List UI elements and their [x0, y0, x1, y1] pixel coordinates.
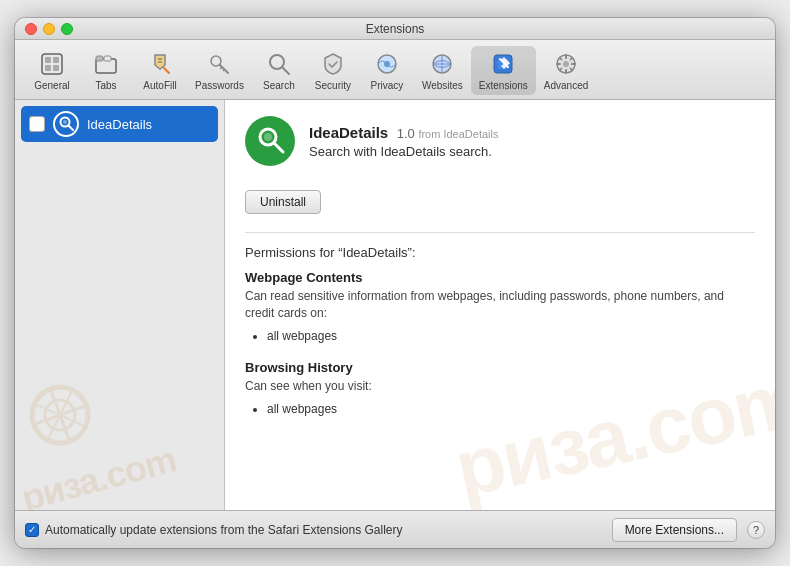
autofill-label: AutoFill [143, 80, 176, 91]
sidebar-watermark: риза.com [15, 311, 224, 510]
window-title: Extensions [366, 22, 425, 36]
passwords-icon [205, 50, 233, 78]
svg-point-42 [264, 133, 272, 141]
ext-title-block: IdeaDetails 1.0 from IdeaDetails Search … [309, 124, 498, 159]
toolbar-item-general[interactable]: General [25, 46, 79, 95]
extensions-label: Extensions [479, 80, 528, 91]
perm-list-webpage: all webpages [245, 327, 755, 346]
auto-update-text: Automatically update extensions from the… [45, 523, 403, 537]
svg-rect-0 [42, 54, 62, 74]
svg-rect-7 [104, 56, 111, 61]
svg-point-33 [63, 120, 67, 124]
auto-update-label[interactable]: Automatically update extensions from the… [25, 523, 602, 537]
advanced-label: Advanced [544, 80, 588, 91]
title-bar: Extensions [15, 18, 775, 40]
security-icon [319, 50, 347, 78]
general-label: General [34, 80, 70, 91]
advanced-icon [552, 50, 580, 78]
minimize-button[interactable] [43, 23, 55, 35]
general-icon [38, 50, 66, 78]
permissions-section: Permissions for “IdeaDetails”: Webpage C… [245, 245, 755, 419]
extension-item-name: IdeaDetails [87, 117, 152, 132]
perm-list-item-history: all webpages [267, 400, 755, 419]
ext-header: IdeaDetails 1.0 from IdeaDetails Search … [245, 116, 755, 166]
svg-line-15 [282, 67, 289, 74]
uninstall-button[interactable]: Uninstall [245, 190, 321, 214]
toolbar-item-tabs[interactable]: Tabs [79, 46, 133, 95]
perm-group-title-history: Browsing History [245, 360, 755, 375]
tabs-icon [92, 50, 120, 78]
permissions-title: Permissions for “IdeaDetails”: [245, 245, 755, 260]
perm-group-desc-webpage: Can read sensitive information from webp… [245, 288, 755, 322]
toolbar-item-advanced[interactable]: Advanced [536, 46, 596, 95]
svg-line-32 [69, 126, 74, 131]
svg-rect-1 [45, 57, 51, 63]
svg-rect-4 [53, 65, 59, 71]
detail-panel: IdeaDetails 1.0 from IdeaDetails Search … [225, 100, 775, 510]
safari-preferences-window: Extensions General [15, 18, 775, 548]
svg-line-12 [220, 67, 222, 69]
ext-title-line: IdeaDetails 1.0 from IdeaDetails [309, 124, 498, 142]
perm-list-history: all webpages [245, 400, 755, 419]
traffic-lights [25, 23, 73, 35]
more-extensions-button[interactable]: More Extensions... [612, 518, 737, 542]
svg-line-41 [274, 143, 283, 152]
security-label: Security [315, 80, 351, 91]
divider [245, 232, 755, 233]
ext-detail: IdeaDetails 1.0 from IdeaDetails Search … [225, 100, 775, 510]
ext-description: Search with IdeaDetails search. [309, 144, 498, 159]
toolbar-item-passwords[interactable]: Passwords [187, 46, 252, 95]
extension-list: IdeaDetails [15, 100, 224, 311]
perm-group-desc-history: Can see when you visit: [245, 378, 755, 395]
perm-group-webpage: Webpage Contents Can read sensitive info… [245, 270, 755, 346]
bottom-bar: Automatically update extensions from the… [15, 510, 775, 548]
extension-checkbox[interactable] [29, 116, 45, 132]
toolbar-item-websites[interactable]: Websites [414, 46, 471, 95]
passwords-label: Passwords [195, 80, 244, 91]
toolbar-item-autofill[interactable]: AutoFill [133, 46, 187, 95]
autofill-icon [146, 50, 174, 78]
perm-group-history: Browsing History Can see when you visit:… [245, 360, 755, 419]
content-area: IdeaDetails риза.com [15, 100, 775, 510]
extension-item-icon [53, 111, 79, 137]
maximize-button[interactable] [61, 23, 73, 35]
ext-name-text: IdeaDetails [309, 124, 388, 141]
sidebar: IdeaDetails риза.com [15, 100, 225, 510]
svg-rect-6 [96, 56, 103, 61]
perm-group-title-webpage: Webpage Contents [245, 270, 755, 285]
websites-label: Websites [422, 80, 463, 91]
websites-icon [428, 50, 456, 78]
toolbar-item-security[interactable]: Security [306, 46, 360, 95]
ext-version-text: 1.0 from IdeaDetails [397, 126, 499, 141]
perm-list-item: all webpages [267, 327, 755, 346]
privacy-icon [373, 50, 401, 78]
svg-rect-2 [53, 57, 59, 63]
extensions-icon [489, 50, 517, 78]
close-button[interactable] [25, 23, 37, 35]
toolbar-item-search[interactable]: Search [252, 46, 306, 95]
privacy-label: Privacy [371, 80, 404, 91]
toolbar-item-privacy[interactable]: Privacy [360, 46, 414, 95]
search-label: Search [263, 80, 295, 91]
svg-rect-3 [45, 65, 51, 71]
svg-point-22 [563, 61, 569, 67]
ext-big-icon [245, 116, 295, 166]
toolbar: General Tabs Au [15, 40, 775, 100]
search-toolbar-icon [265, 50, 293, 78]
help-button[interactable]: ? [747, 521, 765, 539]
extension-item-ideadetails[interactable]: IdeaDetails [21, 106, 218, 142]
auto-update-checkbox[interactable] [25, 523, 39, 537]
toolbar-item-extensions[interactable]: Extensions [471, 46, 536, 95]
tabs-label: Tabs [95, 80, 116, 91]
